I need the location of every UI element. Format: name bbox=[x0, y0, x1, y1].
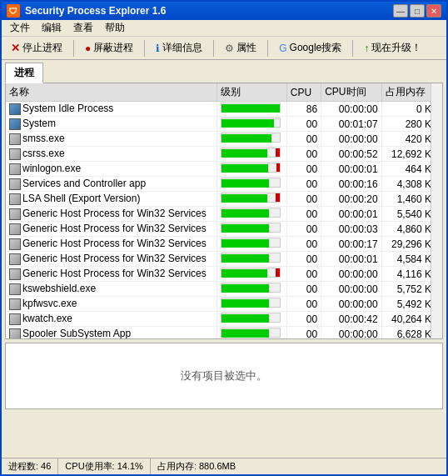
title-bar: 🛡 Security Process Explorer 1.6 — □ ✕ bbox=[2, 2, 446, 20]
level-bar-green bbox=[222, 134, 271, 143]
process-cpu: 00 bbox=[286, 177, 321, 192]
status-mem-usage: 占用内存: 880.6MB bbox=[151, 458, 242, 474]
status-bar: 进程数: 46 CPU使用率: 14.1% 占用内存: 880.6MB bbox=[2, 458, 446, 474]
separator-2 bbox=[144, 40, 145, 57]
table-row[interactable]: Generic Host Process for Win32 Services0… bbox=[6, 222, 442, 237]
process-level bbox=[217, 297, 287, 312]
process-icon bbox=[9, 148, 21, 160]
level-bar-red bbox=[276, 268, 281, 277]
process-table: 名称 级别 CPU CPU时间 占用内存 System Idle Process… bbox=[6, 83, 442, 339]
col-header-cpu[interactable]: CPU bbox=[286, 83, 321, 102]
table-row[interactable]: kpfwsvc.exe0000:00:005,492 KB bbox=[6, 297, 442, 312]
process-name: LSA Shell (Export Version) bbox=[6, 192, 217, 207]
process-icon bbox=[9, 223, 21, 235]
status-process-count: 进程数: 46 bbox=[2, 458, 58, 474]
minimize-button[interactable]: — bbox=[393, 4, 408, 18]
process-cpu: 00 bbox=[286, 207, 321, 222]
process-name: Services and Controller app bbox=[6, 177, 217, 192]
level-bar-green bbox=[222, 164, 268, 173]
detail-button[interactable]: ℹ 详细信息 bbox=[150, 38, 208, 58]
level-bar-red bbox=[276, 193, 281, 202]
process-icon bbox=[9, 238, 21, 250]
process-icon bbox=[9, 313, 21, 325]
table-row[interactable]: csrss.exe0000:00:5212,692 KB bbox=[6, 147, 442, 162]
level-bar bbox=[221, 238, 281, 248]
level-bar bbox=[221, 178, 281, 188]
upgrade-button[interactable]: ↑ 现在升级！ bbox=[358, 38, 427, 58]
table-row[interactable]: winlogon.exe0000:00:01464 KB bbox=[6, 162, 442, 177]
process-icon bbox=[9, 193, 21, 205]
app-window: 🛡 Security Process Explorer 1.6 — □ ✕ 文件… bbox=[0, 0, 448, 476]
level-bar bbox=[221, 313, 281, 323]
menu-view[interactable]: 查看 bbox=[68, 20, 98, 36]
process-cpu: 86 bbox=[286, 102, 321, 117]
process-icon bbox=[9, 163, 21, 175]
table-row[interactable]: Generic Host Process for Win32 Services0… bbox=[6, 207, 442, 222]
status-cpu-usage: CPU使用率: 14.1% bbox=[58, 458, 151, 474]
col-header-cputime[interactable]: CPU时间 bbox=[321, 83, 381, 102]
level-bar-green bbox=[222, 149, 267, 158]
process-level bbox=[217, 252, 287, 267]
table-row[interactable]: System0000:01:07280 KB bbox=[6, 117, 442, 132]
table-row[interactable]: kwatch.exe0000:00:4240,264 KB bbox=[6, 312, 442, 327]
process-cpu: 00 bbox=[286, 117, 321, 132]
tab-process[interactable]: 进程 bbox=[5, 63, 43, 83]
table-row[interactable]: kswebshield.exe0000:00:005,752 KB bbox=[6, 282, 442, 297]
process-name: Spooler SubSystem App bbox=[6, 327, 217, 340]
google-icon: G bbox=[279, 43, 286, 54]
process-name: csrss.exe bbox=[6, 147, 217, 162]
process-icon bbox=[9, 283, 21, 295]
level-bar bbox=[221, 268, 281, 278]
process-name: kpfwsvc.exe bbox=[6, 297, 217, 312]
process-name: Generic Host Process for Win32 Services bbox=[6, 267, 217, 282]
menu-help[interactable]: 帮助 bbox=[100, 20, 130, 36]
table-header-row: 名称 级别 CPU CPU时间 占用内存 bbox=[6, 83, 442, 102]
menu-edit[interactable]: 编辑 bbox=[37, 20, 67, 36]
col-header-level[interactable]: 级别 bbox=[217, 83, 287, 102]
process-cpu: 00 bbox=[286, 132, 321, 147]
process-name: Generic Host Process for Win32 Services bbox=[6, 237, 217, 252]
process-cpu: 00 bbox=[286, 267, 321, 282]
process-table-container[interactable]: 名称 级别 CPU CPU时间 占用内存 System Idle Process… bbox=[5, 83, 443, 339]
table-row[interactable]: Spooler SubSystem App0000:00:006,628 KB bbox=[6, 327, 442, 340]
close-button[interactable]: ✕ bbox=[426, 4, 441, 18]
toolbar: ✕ 停止进程 ● 屏蔽进程 ℹ 详细信息 ⚙ 属性 G Google搜索 ↑ 现… bbox=[2, 37, 446, 60]
table-row[interactable]: System Idle Process8600:00:000 KB bbox=[6, 102, 442, 117]
process-level bbox=[217, 132, 287, 147]
table-row[interactable]: Services and Controller app0000:00:164,3… bbox=[6, 177, 442, 192]
no-selection-text: 没有项目被选中。 bbox=[181, 368, 267, 383]
google-button[interactable]: G Google搜索 bbox=[273, 38, 347, 58]
process-icon bbox=[9, 103, 21, 115]
maximize-button[interactable]: □ bbox=[410, 4, 425, 18]
stop-process-button[interactable]: ✕ 停止进程 bbox=[5, 38, 68, 58]
level-bar-green bbox=[222, 299, 269, 308]
level-bar-green bbox=[222, 179, 269, 188]
table-row[interactable]: Generic Host Process for Win32 Services0… bbox=[6, 237, 442, 252]
level-bar bbox=[221, 328, 281, 338]
process-cputime: 00:01:07 bbox=[321, 117, 381, 132]
level-bar-red bbox=[276, 148, 281, 157]
table-row[interactable]: Generic Host Process for Win32 Services0… bbox=[6, 252, 442, 267]
level-bar-green bbox=[222, 119, 274, 128]
process-cputime: 00:00:03 bbox=[321, 222, 381, 237]
separator-1 bbox=[73, 40, 74, 57]
property-button[interactable]: ⚙ 属性 bbox=[219, 38, 262, 58]
process-level bbox=[217, 282, 287, 297]
menu-file[interactable]: 文件 bbox=[5, 20, 35, 36]
process-level bbox=[217, 267, 287, 282]
tab-bar: 进程 bbox=[2, 60, 446, 83]
table-row[interactable]: LSA Shell (Export Version)0000:00:201,46… bbox=[6, 192, 442, 207]
scrollbar[interactable] bbox=[431, 83, 442, 338]
hide-process-button[interactable]: ● 屏蔽进程 bbox=[79, 38, 139, 58]
detail-icon: ℹ bbox=[156, 43, 160, 54]
table-row[interactable]: Generic Host Process for Win32 Services0… bbox=[6, 267, 442, 282]
app-icon: 🛡 bbox=[7, 4, 20, 18]
col-header-name[interactable]: 名称 bbox=[6, 83, 217, 102]
level-bar-green bbox=[222, 194, 267, 203]
table-row[interactable]: smss.exe0000:00:00420 KB bbox=[6, 132, 442, 147]
process-name: kswebshield.exe bbox=[6, 282, 217, 297]
process-icon bbox=[9, 178, 21, 190]
process-name: winlogon.exe bbox=[6, 162, 217, 177]
level-bar bbox=[221, 253, 281, 263]
process-cpu: 00 bbox=[286, 312, 321, 327]
